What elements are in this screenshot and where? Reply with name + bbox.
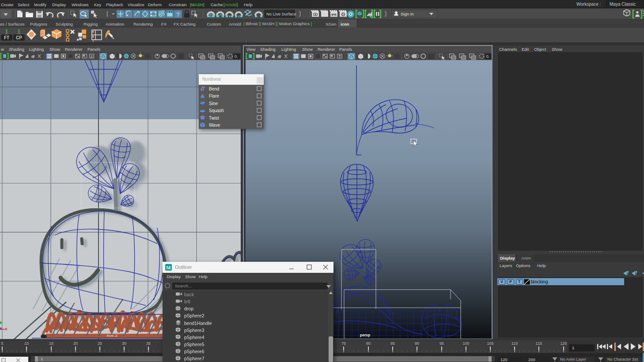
- svg-text:80: 80: [366, 341, 371, 346]
- svg-text:persp: persp: [360, 333, 370, 337]
- svg-text:left: left: [184, 299, 190, 304]
- svg-text:110: 110: [511, 341, 518, 346]
- svg-text:120: 120: [560, 341, 567, 346]
- svg-text:105: 105: [487, 341, 493, 346]
- svg-text:FT: FT: [4, 35, 9, 40]
- svg-text:M: M: [166, 265, 171, 270]
- svg-text:Sign In: Sign In: [401, 11, 414, 16]
- svg-text:T: T: [91, 55, 93, 59]
- svg-text:0.: 0.: [486, 54, 490, 59]
- svg-text:5: 5: [1, 341, 3, 346]
- svg-text:back: back: [184, 292, 194, 297]
- svg-text:Squash: Squash: [209, 108, 224, 113]
- svg-text:pSphere6: pSphere6: [184, 349, 205, 354]
- svg-text:IPR: IPR: [331, 13, 337, 16]
- svg-text:pSphere7: pSphere7: [184, 356, 205, 361]
- svg-text:pSphere3: pSphere3: [184, 328, 205, 333]
- svg-text:85: 85: [390, 341, 395, 346]
- svg-text:0.: 0.: [235, 54, 238, 59]
- svg-text:Twist: Twist: [209, 116, 219, 121]
- svg-text:?: ?: [176, 11, 180, 18]
- svg-text:pSphere2: pSphere2: [184, 313, 205, 318]
- svg-text:75: 75: [341, 341, 346, 346]
- svg-text:Flare: Flare: [209, 94, 219, 98]
- svg-text:30: 30: [122, 341, 126, 346]
- svg-text:Bend: Bend: [209, 87, 219, 91]
- svg-text:pSphere5: pSphere5: [184, 342, 205, 347]
- svg-text:CP: CP: [16, 35, 22, 40]
- svg-text:front -Z: front -Z: [107, 334, 118, 338]
- svg-text:Sine: Sine: [209, 101, 218, 106]
- svg-text:115: 115: [536, 341, 542, 346]
- svg-text:Wave: Wave: [209, 123, 220, 128]
- svg-text:T: T: [338, 55, 341, 59]
- svg-text:drop: drop: [184, 306, 193, 311]
- svg-text:No Live Surface: No Live Surface: [266, 11, 296, 16]
- svg-text:10: 10: [24, 341, 29, 346]
- svg-text:35: 35: [146, 341, 151, 346]
- svg-text:100: 100: [462, 341, 469, 346]
- svg-text:20: 20: [73, 341, 78, 346]
- svg-text:pSphere4: pSphere4: [184, 335, 205, 340]
- svg-text:25: 25: [98, 341, 102, 346]
- svg-text:95: 95: [439, 341, 444, 346]
- svg-text:90: 90: [415, 341, 419, 346]
- svg-text:15: 15: [49, 341, 53, 346]
- svg-text:bend1Handle: bend1Handle: [184, 321, 212, 326]
